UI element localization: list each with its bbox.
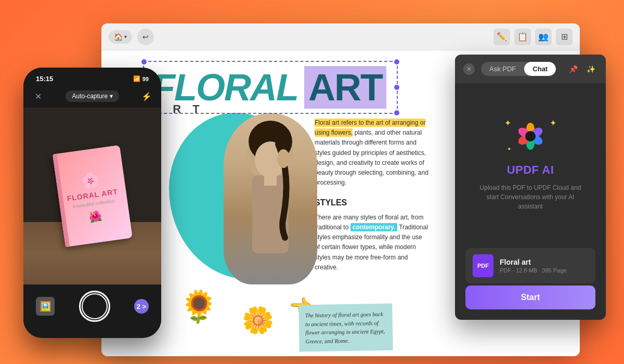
woman-silhouette [224,113,317,284]
home-icon: 🏠 [114,33,122,41]
wifi-icon: 📶 [133,75,140,82]
ai-app-icon [516,122,545,151]
phone-bottom-bar: 🖼️ 2 > [23,284,161,328]
share-icon-button[interactable]: 👥 [535,29,552,45]
phone-close-button[interactable]: ✕ [32,90,44,102]
grid-icon-button[interactable]: ⊞ [556,29,573,45]
phone-camera-view: 🌸 FLORAL ART A beautiful collection 🌺 [23,108,161,284]
tab-chat[interactable]: Chat [524,62,556,76]
book-flower-icon: 🌸 [80,171,100,190]
ai-logo-area: ✦ ✦ ✦ [504,115,556,157]
daisy-decoration: 🌼 [242,305,274,335]
magic-icon-button[interactable]: ✨ [584,62,597,76]
phone-auto-capture-button[interactable]: Auto-capture ▾ [66,90,119,102]
book-cover: 🌸 FLORAL ART A beautiful collection 🌺 [53,145,133,247]
ai-panel-header: ✕ Ask PDF Chat 📌 ✨ [455,55,606,83]
phone-flash-button[interactable]: ⚡ [140,90,153,102]
sparkle-top-right: ✦ [550,118,556,128]
floral-title-left: FLORAL [152,66,298,109]
file-meta: PDF · 12.8 MB · 385 Page [500,267,588,274]
ai-title: UPDF AI [507,163,554,177]
ai-panel-body: ✦ ✦ ✦ UPDF AI Upload this PDF to UPDF Cl… [455,83,606,243]
ai-tab-group: Ask PDF Chat [481,62,556,76]
phone-frame: 15:15 📶 99 ✕ Auto-capture ▾ ⚡ 🌸 FLORAL A… [23,68,161,338]
browser-toolbar: 🏠 ▾ ↩ ✏️ 📋 👥 ⊞ [101,23,580,50]
cursive-note-card: The history of floral art goes back to a… [298,303,393,352]
floral-title-right: ART [304,66,386,109]
toolbar-right: ✏️ 📋 👥 ⊞ [493,29,573,45]
svg-rect-4 [264,173,277,186]
ai-subtitle: Upload this PDF to UPDF Cloud and start … [478,183,582,211]
ai-close-icon: ✕ [466,66,472,73]
selection-handle-tr[interactable] [394,59,399,64]
back-button[interactable]: ↩ [137,29,154,45]
phone-gallery-button[interactable]: 🖼️ [36,297,55,316]
phone-status-icons: 📶 99 [133,75,149,82]
pdf-file-icon: PDF [473,254,493,277]
woman-figure [205,97,335,284]
ai-start-button[interactable]: Start [465,285,595,309]
sunflower-decoration: 🌻 [179,288,218,325]
auto-capture-label: Auto-capture ▾ [72,93,112,100]
copy-icon-button[interactable]: 📋 [514,29,531,45]
phone-status-bar: 15:15 📶 99 [23,68,161,87]
selection-handle-mr[interactable] [394,85,399,90]
file-name: Floral art [500,258,588,266]
nav-home-group[interactable]: 🏠 ▾ [109,30,132,44]
selection-handle-tl[interactable] [141,59,147,64]
pdf-title-selection[interactable]: FLORAL ART [143,61,398,114]
file-info: Floral art PDF · 12.8 MB · 385 Page [500,258,588,274]
ai-panel-footer: PDF Floral art PDF · 12.8 MB · 385 Page … [455,243,606,320]
selection-handle-br[interactable] [394,110,399,115]
svg-point-12 [525,131,536,141]
sparkle-bottom-left: ✦ [507,146,511,152]
tab-ask-pdf[interactable]: Ask PDF [481,62,524,76]
ai-header-icons: 📌 ✨ [566,62,597,76]
edit-icon-button[interactable]: ✏️ [493,29,510,45]
phone-top-bar: ✕ Auto-capture ▾ ⚡ [23,87,161,108]
phone-time: 15:15 [36,75,53,83]
book-bottom-flower: 🌺 [88,209,102,223]
ai-close-button[interactable]: ✕ [463,63,475,75]
battery-level: 99 [142,76,149,82]
chevron-down-icon: ▾ [124,34,127,40]
pdf-label-text: PDF [477,263,489,269]
ai-panel: ✕ Ask PDF Chat 📌 ✨ ✦ ✦ ✦ [455,55,606,320]
sparkle-top-left: ✦ [504,118,511,128]
shutter-inner-ring [82,293,108,319]
pin-icon-button[interactable]: 📌 [566,62,580,76]
svg-point-5 [277,149,290,168]
contemporary-highlight: contemporary. [350,223,397,231]
phone-shutter-button[interactable] [79,291,110,322]
phone-count-badge[interactable]: 2 > [134,299,149,314]
ai-file-card: PDF Floral art PDF · 12.8 MB · 385 Page [465,248,595,283]
